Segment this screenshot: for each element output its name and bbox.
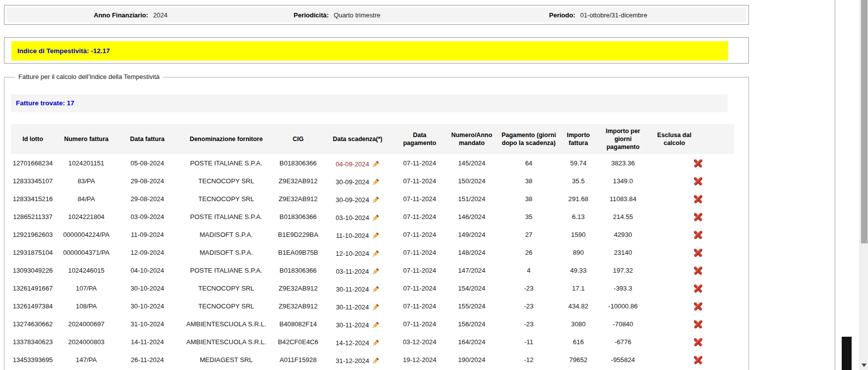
cell-importo_giorni: 3823.36 (598, 154, 648, 172)
scadenza-date: 30-11-2024 (336, 286, 369, 293)
invoice-row: 13378340623202400080314-11-2024AMBIENTES… (11, 333, 734, 351)
esclusa-cell (648, 315, 734, 333)
cell-giorni: -12 (499, 351, 558, 369)
scadenza-date: 12-10-2024 (336, 250, 369, 257)
cell-id_lotto: 13093049226 (11, 261, 55, 279)
scadenza-cell: 30-11-2024 (320, 297, 395, 315)
cell-mandato: 154/2024 (444, 279, 499, 297)
cell-cig: B42CF0E4C6 (276, 333, 320, 351)
cell-fornitore: MADISOFT S.P.A. (177, 243, 276, 261)
cell-giorni: -23 (499, 279, 558, 297)
edit-scadenza-icon[interactable] (372, 250, 379, 258)
exclude-invoice-icon[interactable] (693, 212, 703, 222)
col-esclusa-dal-calcolo: Esclusa dal calcolo (648, 124, 734, 154)
exclude-invoice-icon[interactable] (693, 301, 703, 311)
cell-pagamento: 07-11-2024 (395, 243, 444, 261)
col-denominazione-fornitore: Denominazione fornitore (177, 124, 276, 154)
scadenza-cell: 30-09-2024 (320, 172, 395, 190)
exclude-invoice-icon[interactable] (693, 230, 703, 239)
anno-finanziario-label: Anno Finanziario: (94, 11, 148, 19)
cell-fornitore: POSTE ITALIANE S.P.A. (177, 261, 276, 279)
edit-scadenza-icon[interactable] (372, 232, 379, 240)
exclude-invoice-icon[interactable] (693, 355, 703, 365)
cell-id_lotto: 12701668234 (11, 154, 55, 172)
cell-pagamento: 07-11-2024 (395, 172, 444, 190)
cell-pagamento: 07-11-2024 (395, 297, 444, 315)
invoice-row: 1283334510783/PA29-08-2024TECNOCOPY SRLZ… (11, 172, 734, 190)
page-scrollbar-thumb[interactable] (861, 0, 868, 243)
cell-data_fattura: 12-09-2024 (118, 243, 177, 261)
down-arrow-icon[interactable] (862, 364, 867, 367)
cell-importo_giorni: 1349.0 (598, 172, 648, 190)
cell-id_lotto: 12931875104 (11, 243, 55, 261)
invoice-table-body: 12701668234102420115105-08-2024POSTE ITA… (11, 154, 734, 369)
periodo-label: Periodo: (549, 11, 575, 19)
cell-id_lotto: 13261497384 (11, 297, 55, 315)
cell-mandato: 149/2024 (444, 225, 499, 243)
exclude-invoice-icon[interactable] (693, 176, 703, 186)
cell-giorni: 26 (499, 243, 558, 261)
exclude-invoice-icon[interactable] (693, 319, 703, 329)
cell-data_fattura: 31-10-2024 (118, 315, 177, 333)
cell-id_lotto: 13453393695 (11, 351, 55, 369)
cell-pagamento: 07-11-2024 (395, 208, 444, 225)
cell-giorni: 4 (499, 261, 558, 279)
cell-giorni: 38 (499, 190, 558, 208)
cell-giorni: -11 (499, 333, 558, 351)
cell-numero: 0000004224/PA (55, 225, 118, 243)
exclude-invoice-icon[interactable] (693, 337, 703, 347)
cell-cig: B018306366 (276, 261, 320, 279)
scadenza-date: 30-09-2024 (336, 178, 369, 186)
periodicita-label: Periodicità: (294, 11, 329, 19)
cell-importo: 3080 (558, 315, 598, 333)
periodo-field: Periodo:01-ottobre/31-dicembre (549, 7, 647, 23)
page-scrollbar-track[interactable] (860, 0, 868, 370)
scadenza-date: 31-12-2024 (336, 357, 369, 365)
scadenza-date: 30-11-2024 (336, 303, 369, 311)
edit-scadenza-icon[interactable] (372, 268, 379, 276)
exclude-invoice-icon[interactable] (693, 158, 703, 168)
edit-scadenza-icon[interactable] (372, 160, 379, 168)
esclusa-cell (648, 279, 734, 297)
invoice-row: 13261491667107/PA30-10-2024TECNOCOPY SRL… (11, 279, 734, 297)
cell-data_fattura: 03-09-2024 (118, 208, 177, 225)
cell-pagamento: 07-11-2024 (395, 261, 444, 279)
scadenza-cell: 30-11-2024 (320, 315, 395, 333)
edit-scadenza-icon[interactable] (372, 214, 379, 222)
inner-scrollbar-thumb[interactable] (842, 337, 852, 370)
cell-importo_giorni: -10000.86 (598, 297, 648, 315)
cell-cig: A011F15928 (276, 351, 320, 369)
edit-scadenza-icon[interactable] (372, 303, 379, 311)
edit-scadenza-icon[interactable] (372, 178, 379, 186)
edit-scadenza-icon[interactable] (372, 357, 379, 365)
edit-scadenza-icon[interactable] (372, 339, 379, 347)
invoice-row: 12701668234102420115105-08-2024POSTE ITA… (11, 154, 734, 172)
exclude-invoice-icon[interactable] (693, 284, 703, 293)
scadenza-date: 14-12-2024 (336, 339, 369, 347)
timeliness-index-banner: Indice di Tempestività: -12.17 (11, 41, 728, 61)
exclude-invoice-icon[interactable] (693, 248, 703, 257)
edit-scadenza-icon[interactable] (372, 286, 379, 294)
invoice-row: 1283341521684/PA29-08-2024TECNOCOPY SRLZ… (11, 190, 734, 208)
exclude-invoice-icon[interactable] (693, 266, 703, 275)
cell-cig: B1E9D229BA (276, 225, 320, 243)
esclusa-cell (648, 208, 734, 225)
periodicita-value: Quarto trimestre (334, 11, 380, 19)
exclude-invoice-icon[interactable] (693, 194, 703, 204)
edit-scadenza-icon[interactable] (372, 196, 379, 204)
cell-id_lotto: 12833415216 (11, 190, 55, 208)
col-data-pagamento: Data pagamento (395, 124, 444, 154)
scadenza-date: 11-10-2024 (336, 232, 369, 239)
cell-importo: 434.82 (558, 297, 598, 315)
scadenza-cell: 03-11-2024 (320, 261, 395, 279)
col-pagamento-giorni: Pagamento (giorni dopo la scadenza) (499, 124, 558, 154)
periodicita-field: Periodicità:Quarto trimestre (294, 7, 380, 23)
cell-pagamento: 07-11-2024 (395, 315, 444, 333)
cell-numero: 147/PA (55, 351, 118, 369)
cell-mandato: 156/2024 (444, 315, 499, 333)
cell-id_lotto: 13261491667 (11, 279, 55, 297)
invoice-row: 12865211337102422180403-09-2024POSTE ITA… (11, 208, 734, 225)
edit-scadenza-icon[interactable] (372, 321, 379, 329)
cell-fornitore: TECNOCOPY SRL (177, 297, 276, 315)
cell-data_fattura: 30-10-2024 (118, 279, 177, 297)
